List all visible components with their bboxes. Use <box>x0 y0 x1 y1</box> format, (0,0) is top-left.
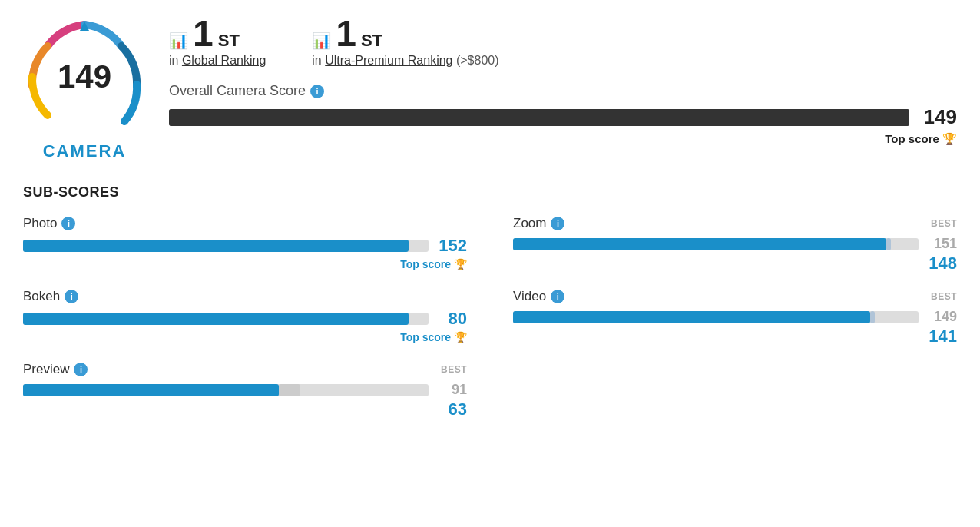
zoom-info-icon[interactable]: i <box>551 217 564 230</box>
preview-bar-container <box>23 384 429 396</box>
bokeh-bar-fill <box>23 313 409 325</box>
bokeh-label: Bokeh <box>23 289 60 304</box>
bokeh-top-score-badge: Top score 🏆 <box>23 331 467 343</box>
photo-label: Photo <box>23 216 57 231</box>
rankings-row: 📊 1ST in Global Ranking 📊 1ST in Ultra-P… <box>169 15 957 68</box>
preview-bar-fill <box>23 384 279 396</box>
ultra-rank-number: 1 <box>336 15 356 52</box>
sub-score-zoom: Zoom i BEST 151 148 <box>513 216 957 273</box>
overall-bar-background <box>169 109 909 126</box>
zoom-header: Zoom i BEST <box>513 216 957 231</box>
preview-label: Preview <box>23 362 69 377</box>
overall-bar-fill <box>169 109 909 126</box>
video-header: Video i BEST <box>513 289 957 304</box>
photo-top-score-text: Top score <box>400 258 451 270</box>
overall-top-score-icon: 🏆 <box>942 132 957 145</box>
video-bar-row: 149 <box>513 309 957 325</box>
overall-info-icon[interactable]: i <box>310 85 324 98</box>
overall-score-value: 149 <box>919 105 957 129</box>
top-section: 149 CAMERA 📊 1ST in Global Ranking 📊 1S <box>23 15 957 161</box>
video-bar-container <box>513 311 919 323</box>
overall-section: Overall Camera Score i 149 Top score 🏆 <box>169 83 957 146</box>
zoom-bar-fill <box>513 238 886 250</box>
sub-score-preview: Preview i BEST 91 63 <box>23 362 467 419</box>
ultra-premium-ranking-item: 📊 1ST in Ultra-Premium Ranking (>$800) <box>312 15 498 68</box>
global-ranking-in: in Global Ranking <box>169 54 266 68</box>
preview-bar-row: 91 <box>23 382 467 398</box>
photo-header: Photo i <box>23 216 467 231</box>
overall-label-text: Overall Camera Score <box>169 83 306 99</box>
video-name: Video i <box>513 289 564 304</box>
sub-score-photo: Photo i 152 Top score 🏆 <box>23 216 467 273</box>
preview-best-val: 91 <box>436 382 467 398</box>
video-best-label: BEST <box>931 291 957 302</box>
zoom-name: Zoom i <box>513 216 564 231</box>
sub-score-video: Video i BEST 149 141 <box>513 289 957 346</box>
video-best-marker <box>870 311 875 323</box>
preview-info-icon[interactable]: i <box>74 363 88 376</box>
zoom-bar-row: 151 <box>513 236 957 252</box>
bar-chart-icon-global: 📊 <box>169 31 188 50</box>
ultra-rank-suffix: ST <box>361 31 382 51</box>
bokeh-name: Bokeh i <box>23 289 78 304</box>
ultra-ranking-in: in Ultra-Premium Ranking (>$800) <box>312 54 498 68</box>
global-ranking-link[interactable]: Global Ranking <box>182 54 266 67</box>
camera-score-number: 149 <box>58 58 111 95</box>
global-rank-suffix: ST <box>218 31 240 51</box>
preview-best-label: BEST <box>441 364 467 375</box>
photo-trophy-icon: 🏆 <box>454 258 467 270</box>
preview-name: Preview i <box>23 362 88 377</box>
sub-score-bokeh: Bokeh i 80 Top score 🏆 <box>23 289 467 346</box>
rankings-area: 📊 1ST in Global Ranking 📊 1ST in Ultra-P… <box>169 15 957 146</box>
bokeh-score-val: 80 <box>436 309 467 329</box>
photo-top-score-badge: Top score 🏆 <box>23 258 467 270</box>
zoom-best-val: 151 <box>926 236 957 252</box>
camera-label: CAMERA <box>43 141 127 161</box>
zoom-label: Zoom <box>513 216 546 231</box>
ultra-ranking-position: 📊 1ST <box>312 15 498 52</box>
sub-scores-title: SUB-SCORES <box>23 184 957 201</box>
overall-top-score-row: Top score 🏆 <box>169 132 957 146</box>
bokeh-top-score-text: Top score <box>400 331 451 343</box>
global-rank-number: 1 <box>193 15 214 52</box>
bokeh-header: Bokeh i <box>23 289 467 304</box>
ultra-ranking-link[interactable]: Ultra-Premium Ranking <box>325 54 452 67</box>
overall-label: Overall Camera Score i <box>169 83 957 99</box>
zoom-bar-container <box>513 238 919 250</box>
photo-bar-fill <box>23 240 409 252</box>
preview-current-val: 63 <box>23 399 467 419</box>
photo-bar-row: 152 <box>23 236 467 256</box>
bokeh-trophy-icon: 🏆 <box>454 331 467 343</box>
preview-header: Preview i BEST <box>23 362 467 377</box>
video-label: Video <box>513 289 546 304</box>
video-bar-fill <box>513 311 870 323</box>
bokeh-info-icon[interactable]: i <box>65 290 78 303</box>
camera-score-widget: 149 CAMERA <box>23 15 146 161</box>
zoom-current-val: 148 <box>513 254 957 273</box>
zoom-best-label: BEST <box>931 218 957 229</box>
video-best-val: 149 <box>926 309 957 325</box>
global-ranking-position: 📊 1ST <box>169 15 266 52</box>
video-info-icon[interactable]: i <box>551 290 564 303</box>
photo-score-val: 152 <box>436 236 467 256</box>
photo-name: Photo i <box>23 216 75 231</box>
bokeh-bar-row: 80 <box>23 309 467 329</box>
photo-info-icon[interactable]: i <box>61 217 75 230</box>
bar-chart-icon-ultra: 📊 <box>312 31 331 50</box>
camera-circle: 149 <box>23 15 146 138</box>
photo-bar-container <box>23 240 429 252</box>
global-ranking-item: 📊 1ST in Global Ranking <box>169 15 266 68</box>
overall-bar-row: 149 <box>169 105 957 129</box>
zoom-best-marker <box>886 238 891 250</box>
bokeh-bar-container <box>23 313 429 325</box>
overall-top-score-text: Top score <box>885 132 939 145</box>
preview-best-marker <box>279 384 300 396</box>
sub-scores-grid: Photo i 152 Top score 🏆 Zoom i BEST <box>23 216 957 419</box>
video-current-val: 141 <box>513 326 957 346</box>
